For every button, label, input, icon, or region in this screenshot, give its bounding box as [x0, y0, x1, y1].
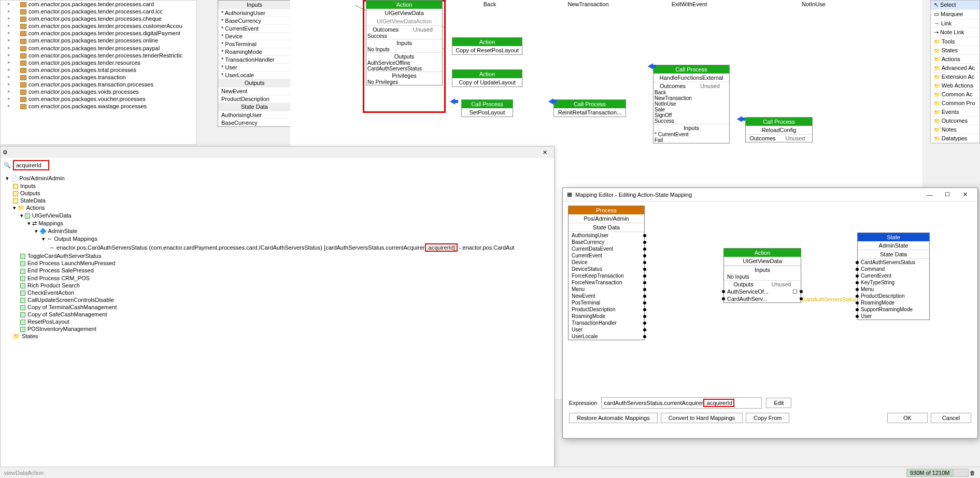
palette-select[interactable]: ↖ Select [931, 1, 979, 10]
palette-panel[interactable]: ↖ Select ▭ Marquee → Link ⇢ Note Link To… [930, 0, 980, 143]
palette-folder[interactable]: Extension Ac [931, 73, 979, 81]
palette-folder[interactable]: States [931, 46, 979, 55]
svg-marker-17 [450, 98, 458, 105]
action-properties-panel: Inputs AuthorisingUserBaseCurrencyCurren… [218, 0, 291, 127]
cancel-button[interactable]: Cancel [931, 413, 971, 423]
mapping-canvas[interactable]: Process Pos/Admin/Admin State Data Autho… [563, 201, 977, 393]
package-item[interactable]: com.enactor.pos.packages.total.processes [1, 66, 196, 74]
palette-folder[interactable]: Common Pro [931, 99, 979, 108]
package-item[interactable]: com.enactor.pos.packages.voids.processes [1, 88, 196, 95]
action-item[interactable]: Copy of SafeCashManagement [20, 311, 549, 318]
mapping-wire-label: [cardAuthServersStatu] [802, 297, 856, 302]
palette-folder[interactable]: Datatypes [931, 134, 979, 143]
action-item[interactable]: End Process LaunchMenuPressed [20, 259, 549, 267]
action-node-uigetviewdata[interactable]: Action UIGetViewData UIGetViewDataAction… [366, 0, 443, 85]
action-item[interactable]: End Process CRM_POS [20, 274, 549, 282]
highlighted-term: .acquirerId] [425, 243, 458, 252]
state-node[interactable]: State AdminState State Data CardAuthServ… [857, 233, 930, 320]
maximize-icon[interactable]: ☐ [939, 190, 956, 200]
callprocess-reinit[interactable]: Call Process ReinitRetailTransaction... [553, 99, 626, 117]
package-explorer[interactable]: com.enactor.pos.packages.tender.processe… [0, 0, 197, 145]
search-outline-panel[interactable]: ⚙ ✕ 🔍 ▾ 📄 Pos/Admin/Admin Inputs Outputs… [0, 146, 555, 467]
action-copy-resetposlayout[interactable]: Action Copy of ResetPosLayout [452, 37, 522, 55]
exitwithevent-label: ExitWithEvent [663, 0, 715, 8]
memory-indicator[interactable]: 930M of 1210M [906, 469, 969, 477]
palette-link[interactable]: → Link [931, 19, 979, 28]
callprocess-handlefunctions[interactable]: Call Process HandleFunctionsExternal Out… [653, 65, 730, 143]
blue-arrow-icon [548, 97, 557, 106]
callprocess-setposlayout[interactable]: Call Process SetPosLayout [461, 99, 513, 117]
dialog-title: Mapping Editor - Editing Action-State Ma… [575, 192, 692, 198]
palette-folder[interactable]: Actions [931, 55, 979, 64]
back-label: Back [470, 0, 510, 8]
palette-marquee[interactable]: ▭ Marquee [931, 10, 979, 19]
newtransaction-label: NewTransaction [560, 0, 617, 8]
palette-folder[interactable]: Notes [931, 125, 979, 134]
gc-icon[interactable]: 🗑 [969, 470, 976, 476]
node-name: UIGetViewData [366, 9, 442, 17]
close-icon[interactable]: ✕ [537, 149, 552, 156]
action-item[interactable]: End Process SalePressed [20, 267, 549, 274]
status-bar: viewDataAction 930M of 1210M 🗑 [0, 467, 980, 478]
action-item[interactable]: Copy of TerminalCashManagement [20, 303, 549, 311]
minimize-icon[interactable]: — [921, 190, 938, 200]
output-mapping-entry[interactable]: ↔ enactor.pos.CardAuthServersStatus (com… [49, 243, 549, 252]
package-item[interactable]: com.enactor.pos.packages.tender.processe… [1, 8, 196, 15]
close-icon[interactable]: ✕ [957, 190, 973, 200]
action-item[interactable]: ToggleCardAuthServerStatus [20, 252, 549, 259]
package-item[interactable]: com.enactor.pos.packages.tender.processe… [1, 22, 196, 30]
node-title: Action [366, 1, 442, 9]
blue-arrow-icon [648, 62, 656, 70]
blue-arrow-icon [737, 115, 745, 123]
package-item[interactable]: com.enactor.pos.packages.wastage.process… [1, 103, 196, 110]
node-impl: UIGetViewDataAction [366, 17, 442, 25]
search-panel-icon: ⚙ [3, 149, 8, 156]
copy-from-button[interactable]: Copy From [746, 413, 789, 423]
package-item[interactable]: com.enactor.pos.packages.tender.processe… [1, 45, 196, 52]
action-item[interactable]: Rich Product Search [20, 282, 549, 289]
search-icon: 🔍 [4, 162, 11, 169]
restore-mappings-button[interactable]: Restore Automatic Mappings [569, 413, 658, 423]
action-item[interactable]: CheckEventAction [20, 289, 549, 296]
palette-folder[interactable]: Common Ac [931, 90, 979, 99]
state-data-header: State Data [218, 103, 291, 111]
package-item[interactable]: com.enactor.pos.packages.tender.processe… [1, 1, 196, 8]
highlighted-term: .acquirerId [703, 399, 734, 407]
palette-folder[interactable]: Tools [931, 37, 979, 46]
action-item[interactable]: CallUpdateScreenControlsDisable [20, 296, 549, 303]
outputs-header: Outputs [218, 79, 291, 87]
palette-folder[interactable]: Outcomes [931, 117, 979, 125]
package-item[interactable]: com.enactor.pos.packages.tender.processe… [1, 52, 196, 59]
blue-arrow-icon [450, 97, 458, 106]
svg-marker-19 [648, 63, 656, 69]
outline-tree[interactable]: ▾ 📄 Pos/Admin/Admin Inputs Outputs State… [1, 172, 554, 342]
action-item[interactable]: ResetPosLayout [20, 318, 549, 325]
package-item[interactable]: com.enactor.pos.packages.transaction.pro… [1, 81, 196, 88]
palette-notelink[interactable]: ⇢ Note Link [931, 28, 979, 37]
svg-marker-18 [548, 98, 557, 105]
action-node[interactable]: Action UIGetViewData Inputs No Inputs Ou… [723, 248, 801, 303]
package-item[interactable]: com.enactor.pos.packages.voucher.process… [1, 95, 196, 103]
edit-button[interactable]: Edit [766, 398, 791, 408]
package-item[interactable]: com.enactor.pos.packages.tender.processe… [1, 15, 196, 22]
dialog-icon: ▦ [567, 191, 572, 198]
action-item[interactable]: POSInventoryManagement [20, 325, 549, 332]
package-item[interactable]: com.enactor.pos.packages.transaction [1, 74, 196, 81]
inputs-header: Inputs [218, 1, 291, 9]
process-node[interactable]: Process Pos/Admin/Admin State Data Autho… [568, 206, 645, 340]
package-item[interactable]: com.enactor.pos.packages.tender.resource… [1, 59, 196, 66]
package-item[interactable]: com.enactor.pos.packages.tender.processe… [1, 37, 196, 44]
notinuse-label: NotInUse [793, 0, 834, 8]
palette-folder[interactable]: Web Actions [931, 81, 979, 90]
palette-folder[interactable]: Events [931, 108, 979, 117]
ok-button[interactable]: OK [887, 413, 928, 423]
callprocess-reloadconfig[interactable]: Call Process ReloadConfig OutcomesUnused [745, 117, 813, 142]
svg-marker-20 [737, 116, 745, 122]
search-input[interactable] [13, 160, 49, 170]
convert-mappings-button[interactable]: Convert to Hard Mappings [661, 413, 743, 423]
package-item[interactable]: com.enactor.pos.packages.tender.processe… [1, 30, 196, 37]
palette-folder[interactable]: Advanced Ac [931, 64, 979, 73]
mapping-editor-dialog[interactable]: ▦ Mapping Editor - Editing Action-State … [562, 187, 978, 439]
action-copy-updatelayout[interactable]: Action Copy of UpdateLayout [452, 69, 522, 87]
expression-label: Expression [569, 400, 597, 406]
